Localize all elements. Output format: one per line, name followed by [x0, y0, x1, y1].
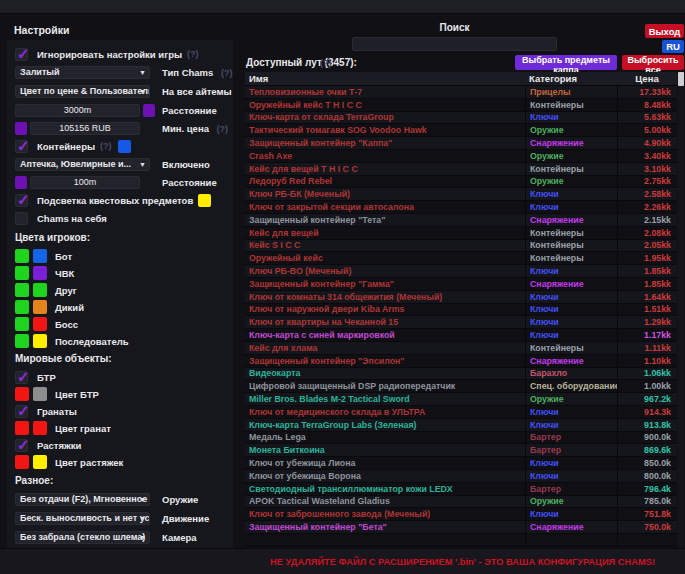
exit-button[interactable]: Выход: [645, 24, 684, 38]
player-color-swatch-1[interactable]: [15, 317, 29, 331]
loot-table-row[interactable]: Светодиодный трансиллюминатор кожи LEDX …: [245, 483, 677, 496]
containers-distance-color-swatch[interactable]: [15, 176, 27, 189]
chams-type-dropdown[interactable]: Залитый ▼: [15, 66, 150, 79]
quest-highlight-checkbox[interactable]: [15, 194, 28, 207]
column-header-price[interactable]: Цена: [617, 73, 677, 84]
loot-table-row[interactable]: Защищенный контейнер "Эпсилон" Снаряжени…: [245, 355, 677, 368]
loot-table-row[interactable]: Медаль Lega Бартер 900.0k: [245, 432, 677, 445]
player-color-swatch-1[interactable]: [15, 266, 29, 280]
containers-color-swatch[interactable]: [118, 140, 131, 153]
player-color-swatch-2[interactable]: [33, 300, 47, 314]
btr-color-swatch-2[interactable]: [33, 387, 47, 401]
loot-table-row[interactable]: Тактический томагавк SOG Voodoo Hawk Ору…: [245, 124, 677, 137]
loot-item-name: Ключ от убежища Ворона: [245, 471, 525, 481]
drop-all-button[interactable]: Выбросить все: [622, 55, 684, 70]
loot-table-row[interactable]: Ключ от комнаты 314 общежития (Меченый) …: [245, 291, 677, 304]
tripwire-colors-label: Цвет растяжек: [55, 457, 123, 468]
player-color-swatch-1[interactable]: [15, 283, 29, 297]
loot-item-category: Бартер: [525, 432, 617, 444]
player-color-row: Босс: [15, 317, 225, 331]
ignore-game-settings-checkbox[interactable]: [15, 48, 28, 61]
quest-highlight-color-swatch[interactable]: [198, 194, 211, 207]
loot-table-row[interactable]: Оружейный кейс T H I C C Контейнеры 8.48…: [245, 99, 677, 112]
loot-table-row[interactable]: Ключ-карта TerraGroup Labs (Зеленая) Клю…: [245, 419, 677, 432]
containers-hint[interactable]: (?): [100, 141, 112, 151]
loot-table-row[interactable]: Ключ РБ-ВО (Меченый) Ключи 1.85kk: [245, 265, 677, 278]
grenades-checkbox[interactable]: [15, 405, 28, 418]
player-color-swatch-2[interactable]: [33, 283, 47, 297]
tripwire-color-swatch-2[interactable]: [33, 455, 47, 469]
loot-table-row[interactable]: Тепловизионные очки Т-7 Прицелы 17.33kk: [245, 86, 677, 99]
player-color-swatch-2[interactable]: [33, 317, 47, 331]
loot-table-row[interactable]: Цифровой защищенный DSP радиопередатчик …: [245, 380, 677, 393]
loot-table-row[interactable]: Crash Axe Оружие 3.40kk: [245, 150, 677, 163]
containers-checkbox[interactable]: [15, 140, 28, 153]
loot-table-row[interactable]: Защищенный контейнер "Бета" Снаряжение 7…: [245, 521, 677, 534]
containers-distance-input[interactable]: [30, 176, 140, 189]
loot-count-hint[interactable]: (?): [320, 58, 332, 68]
grenade-color-swatch-2[interactable]: [33, 421, 47, 435]
loot-table-row[interactable]: Защищенный контейнер "Тета" Снаряжение 2…: [245, 214, 677, 227]
loot-table-row[interactable]: [245, 534, 677, 547]
chams-self-checkbox[interactable]: [15, 212, 28, 225]
loot-table-row[interactable]: Miller Bros. Blades M-2 Tactical Sword О…: [245, 393, 677, 406]
loot-item-price: 1.51kk: [617, 304, 677, 316]
loot-table-row[interactable]: Кейс для вещей T H I C C Контейнеры 3.10…: [245, 163, 677, 176]
loot-table-row[interactable]: Ключ от убежища Ворона Ключи 800.0k: [245, 470, 677, 483]
language-button[interactable]: RU: [662, 40, 684, 53]
item-distance-input[interactable]: [15, 104, 140, 117]
loot-table-row[interactable]: Оружейный кейс Контейнеры 1.95kk: [245, 252, 677, 265]
player-color-swatch-1[interactable]: [15, 249, 29, 263]
ignore-game-settings-hint[interactable]: (?): [187, 49, 199, 59]
loot-table-row[interactable]: Защищенный контейнер "Гамма" Снаряжение …: [245, 278, 677, 291]
loot-table-row[interactable]: Ключ от убежища Лиона Ключи 850.0k: [245, 457, 677, 470]
loot-table-row[interactable]: Ключ от заброшенного завода (Меченый) Кл…: [245, 508, 677, 521]
loot-count-title: Доступный лут (3457):: [246, 57, 357, 68]
loot-table-row[interactable]: APOK Tactical Wasteland Gladius Оружие 7…: [245, 496, 677, 509]
player-color-swatch-2[interactable]: [33, 334, 47, 348]
loot-scrollbar-thumb[interactable]: [678, 72, 684, 86]
loot-table-row[interactable]: Кейс S I C C Контейнеры 2.05kk: [245, 240, 677, 253]
min-price-color-swatch[interactable]: [15, 122, 27, 135]
btr-checkbox[interactable]: [15, 371, 28, 384]
loot-item-price: 1.17kk: [617, 329, 677, 341]
loot-table-row[interactable]: Видеокарта Барахло 1.06kk: [245, 368, 677, 381]
loot-table-row[interactable]: Ключ-карта с синей маркировкой Ключи 1.1…: [245, 329, 677, 342]
camera-mode-dropdown[interactable]: Без забрала (стекло шлема) ▼: [15, 531, 150, 544]
containers-filter-dropdown[interactable]: Аптечка, Ювелирные и... ▼: [15, 158, 150, 171]
loot-table-row[interactable]: Ключ-карта от склада TerraGroup Ключи 5.…: [245, 112, 677, 125]
loot-table-row[interactable]: Ключ от закрытой секции автосалона Ключи…: [245, 201, 677, 214]
column-header-category[interactable]: Категория: [525, 73, 617, 84]
loot-table-row[interactable]: Кейс для вещей Контейнеры 2.08kk: [245, 227, 677, 240]
weapon-mode-dropdown[interactable]: Без отдачи (F2), Мгновенное п ▼: [15, 493, 150, 506]
loot-table-row[interactable]: Ключ от наружной двери Kiba Arms Ключи 1…: [245, 304, 677, 317]
loot-table-row[interactable]: Монета Биткоина Бартер 869.6k: [245, 444, 677, 457]
loot-item-price: 869.6k: [617, 444, 677, 456]
loot-table-row[interactable]: Ключ от квартиры на Чеканной 15 Ключи 1.…: [245, 316, 677, 329]
loot-table-row[interactable]: Ключ от медицинского склада в УЛЬТРА Клю…: [245, 406, 677, 419]
loot-scrollbar[interactable]: [678, 72, 684, 548]
tripwires-checkbox[interactable]: [15, 439, 28, 452]
loot-item-category: Ключи: [525, 265, 617, 277]
loot-table-row[interactable]: Ледоруб Red Rebel Оружие 2.75kk: [245, 176, 677, 189]
loot-table-row[interactable]: Защищенный контейнер "Каппа" Снаряжение …: [245, 137, 677, 150]
select-kappa-items-button[interactable]: Выбрать предметы каппа: [515, 55, 617, 70]
player-color-swatch-2[interactable]: [33, 249, 47, 263]
grenade-color-swatch-1[interactable]: [15, 421, 29, 435]
player-color-swatch-1[interactable]: [15, 334, 29, 348]
player-color-swatch-1[interactable]: [15, 300, 29, 314]
movement-mode-dropdown[interactable]: Беск. выносливость и нет уста ▼: [15, 512, 150, 525]
loot-table-row[interactable]: Ключ РБ-БК (Меченый) Ключи 2.58kk: [245, 188, 677, 201]
loot-item-name: Ледоруб Red Rebel: [245, 176, 525, 186]
tripwire-color-swatch-1[interactable]: [15, 455, 29, 469]
btr-color-swatch-1[interactable]: [15, 387, 29, 401]
all-items-mode-dropdown[interactable]: Цвет по цене & Пользователь ▼: [15, 85, 150, 98]
player-color-swatch-2[interactable]: [33, 266, 47, 280]
min-price-input[interactable]: [30, 122, 140, 135]
loot-table-row[interactable]: Кейс для хлама Контейнеры 1.11kk: [245, 342, 677, 355]
loot-item-category: Контейнеры: [525, 342, 617, 354]
distance-color-swatch[interactable]: [143, 104, 155, 117]
column-header-name[interactable]: Имя: [245, 73, 525, 84]
loot-item-name: Ключ от убежища Лиона: [245, 458, 525, 468]
search-input[interactable]: [352, 37, 557, 51]
